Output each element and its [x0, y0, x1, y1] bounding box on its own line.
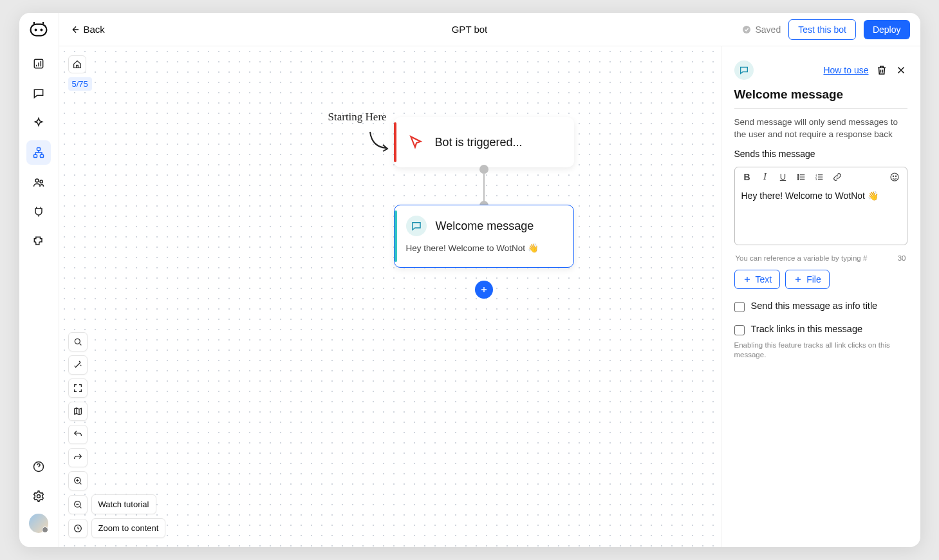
nav-extensions[interactable] [26, 229, 51, 254]
back-label: Back [84, 24, 105, 35]
cursor-icon [405, 132, 426, 153]
track-links-label: Track links in this message [751, 324, 863, 334]
nav-ai[interactable] [26, 111, 51, 135]
add-text-button[interactable]: Text [734, 270, 781, 289]
svg-text:3: 3 [815, 177, 817, 180]
zoom-in-button[interactable] [68, 471, 88, 490]
svg-point-18 [797, 174, 799, 175]
node-properties-panel: How to use Welcome message Send message … [721, 46, 920, 547]
canvas-home-button[interactable] [68, 55, 86, 73]
back-button[interactable]: Back [70, 24, 105, 35]
trigger-node[interactable]: Bot is triggered... [394, 117, 574, 167]
svg-point-12 [37, 495, 41, 498]
test-bot-button[interactable]: Test this bot [788, 19, 856, 40]
emoji-button[interactable] [889, 171, 900, 183]
underline-button[interactable]: U [777, 171, 789, 183]
canvas[interactable]: 5/75 Starting Here Bot is triggered... [59, 46, 721, 547]
main-column: Back GPT bot Saved Test this bot Deploy [59, 13, 920, 547]
nav-integrations[interactable] [26, 200, 51, 224]
bold-button[interactable]: B [741, 171, 753, 183]
node-counter: 5/75 [68, 77, 92, 91]
deploy-button[interactable]: Deploy [864, 20, 910, 39]
left-rail [19, 13, 59, 547]
svg-rect-6 [37, 148, 41, 151]
add-node-button[interactable] [475, 281, 493, 299]
info-title-checkbox[interactable] [734, 302, 745, 312]
info-title-checkbox-row: Send this message as info title [734, 301, 907, 312]
svg-point-26 [895, 176, 896, 176]
canvas-tools: Watch tutorial Zoom to content [68, 332, 166, 538]
track-links-hint: Enabling this feature tracks all link cl… [734, 341, 907, 360]
svg-rect-0 [31, 24, 47, 36]
message-editor: B I U 123 Hey there! Welcome to WotNot 👋 [734, 167, 907, 245]
nav-chat[interactable] [26, 81, 51, 106]
minimap-button[interactable] [68, 402, 88, 421]
message-input[interactable]: Hey there! Welcome to WotNot 👋 [735, 187, 907, 245]
magic-layout-button[interactable] [68, 355, 88, 375]
svg-point-9 [35, 179, 39, 182]
svg-point-1 [35, 28, 37, 31]
message-node[interactable]: Welcome message Hey there! Welcome to Wo… [394, 205, 574, 268]
bullet-list-button[interactable] [795, 171, 807, 183]
starting-arrow-icon [367, 129, 393, 157]
svg-point-19 [797, 176, 799, 178]
close-panel-button[interactable] [895, 64, 907, 77]
app-logo [28, 22, 49, 39]
watch-tutorial-button[interactable]: Watch tutorial [91, 494, 156, 514]
svg-point-20 [797, 178, 799, 180]
add-file-button[interactable]: File [785, 270, 830, 289]
search-button[interactable] [68, 332, 88, 351]
how-to-use-link[interactable]: How to use [823, 65, 868, 75]
starting-here-label: Starting Here [328, 111, 387, 124]
nav-settings[interactable] [26, 484, 51, 509]
zoom-out-button[interactable] [68, 495, 88, 514]
svg-point-25 [893, 176, 893, 176]
zoom-reset-button[interactable] [68, 519, 88, 538]
svg-point-10 [40, 180, 42, 183]
italic-button[interactable]: I [759, 171, 771, 183]
info-title-label: Send this message as info title [751, 301, 878, 311]
undo-button[interactable] [68, 425, 88, 444]
trigger-node-title: Bot is triggered... [435, 136, 523, 149]
message-icon [406, 216, 427, 236]
sends-message-label: Sends this message [734, 149, 907, 159]
message-node-preview: Hey there! Welcome to WotNot 👋 [406, 243, 539, 253]
nav-help[interactable] [26, 454, 51, 479]
user-avatar[interactable] [29, 514, 48, 533]
track-links-checkbox-row: Track links in this message [734, 324, 907, 335]
nav-flow[interactable] [26, 140, 51, 165]
char-count: 30 [898, 254, 906, 262]
zoom-to-content-button[interactable]: Zoom to content [91, 518, 166, 538]
svg-point-24 [891, 173, 898, 181]
numbered-list-button[interactable]: 123 [813, 171, 825, 183]
saved-status: Saved [741, 24, 781, 35]
svg-point-2 [40, 28, 42, 31]
message-node-title: Welcome message [436, 219, 534, 233]
delete-node-button[interactable] [875, 64, 888, 77]
bot-title[interactable]: GPT bot [452, 24, 488, 35]
fullscreen-button[interactable] [68, 378, 88, 398]
svg-point-14 [75, 339, 80, 344]
editor-toolbar: B I U 123 [735, 167, 907, 187]
svg-rect-7 [34, 154, 37, 157]
track-links-checkbox[interactable] [734, 325, 745, 335]
variable-hint: You can reference a variable by typing # [736, 254, 868, 262]
panel-description: Send message will only send messages to … [734, 117, 907, 141]
header: Back GPT bot Saved Test this bot Deploy [59, 13, 920, 46]
svg-rect-8 [41, 154, 44, 157]
nav-contacts[interactable] [26, 170, 51, 194]
panel-title: Welcome message [734, 88, 907, 109]
link-button[interactable] [832, 171, 843, 183]
nav-analytics[interactable] [26, 51, 51, 76]
svg-point-13 [743, 26, 750, 33]
message-icon [734, 61, 754, 80]
redo-button[interactable] [68, 448, 88, 467]
